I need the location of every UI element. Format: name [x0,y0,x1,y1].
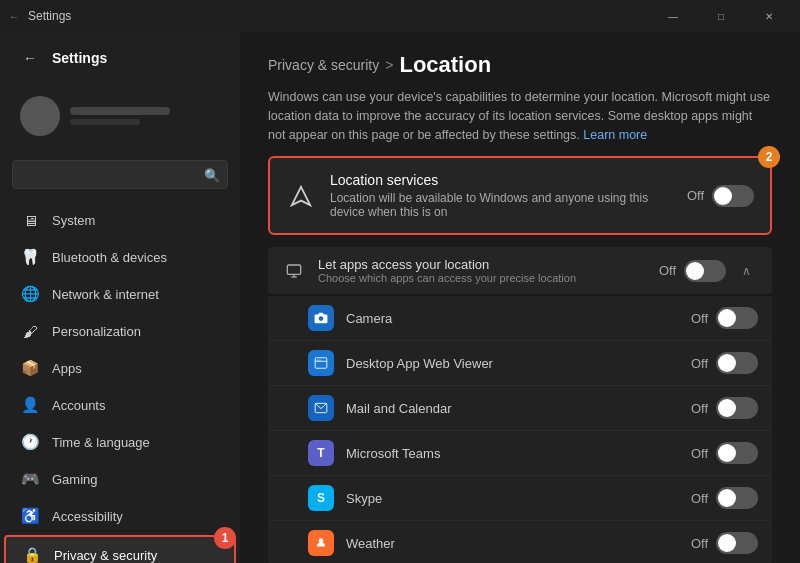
svg-rect-1 [287,265,300,274]
app-body: ← Settings 🔍 🖥 System 🦷 Bluetooth & dev [0,32,800,563]
app-toggle-area: Off [691,352,758,374]
app-toggle[interactable] [716,397,758,419]
user-subtitle [70,119,140,125]
sidebar-app-title: Settings [52,50,107,66]
search-input[interactable] [12,160,228,189]
camera-icon [308,305,334,331]
annotation-badge-1: 1 [214,527,236,549]
app-toggle-area: Off [691,442,758,464]
sidebar-item-accessibility[interactable]: ♿ Accessibility [4,498,236,534]
page-title: Location [399,52,491,78]
sidebar-item-personalization[interactable]: 🖌 Personalization [4,313,236,349]
location-services-toggle[interactable] [712,185,754,207]
location-services-desc: Location will be available to Windows an… [330,191,673,219]
app-name: Mail and Calendar [346,401,679,416]
search-icon: 🔍 [204,167,220,182]
sidebar-item-time[interactable]: 🕐 Time & language [4,424,236,460]
apps-icon: 📦 [20,358,40,378]
breadcrumb: Privacy & security > Location [268,52,772,78]
let-apps-toggle-label: Off [659,263,676,278]
skype-icon: S [308,485,334,511]
app-toggle-label: Off [691,446,708,461]
let-apps-toggle[interactable] [684,260,726,282]
sidebar-item-label: Accessibility [52,509,123,524]
toggle-knob [718,399,736,417]
let-apps-subtitle: Choose which apps can access your precis… [318,272,647,284]
avatar [20,96,60,136]
browser-icon [308,350,334,376]
sidebar-item-gaming[interactable]: 🎮 Gaming [4,461,236,497]
page-description: Windows can use your device's capabiliti… [268,88,772,144]
sidebar-item-label: System [52,213,95,228]
location-services-icon [286,181,316,211]
location-services-toggle-label: Off [687,188,704,203]
toggle-knob [714,187,732,205]
system-icon: 🖥 [20,210,40,230]
app-list: Camera Off [268,296,772,563]
sidebar-item-system[interactable]: 🖥 System [4,202,236,238]
let-apps-text: Let apps access your location Choose whi… [318,257,647,284]
sidebar-back-button[interactable]: ← [16,44,44,72]
let-apps-chevron[interactable]: ∧ [734,259,758,283]
toggle-knob [718,309,736,327]
sidebar-item-label: Network & internet [52,287,159,302]
breadcrumb-parent[interactable]: Privacy & security [268,57,379,73]
maximize-button[interactable]: □ [698,0,744,32]
table-row: Mail and Calendar Off [268,386,772,431]
sidebar-item-bluetooth[interactable]: 🦷 Bluetooth & devices [4,239,236,275]
user-profile [12,88,228,144]
svg-rect-7 [317,360,318,361]
sidebar-item-network[interactable]: 🌐 Network & internet [4,276,236,312]
let-apps-right: Off ∧ [659,259,758,283]
minimize-button[interactable]: — [650,0,696,32]
sidebar-header: ← Settings [0,32,240,80]
app-name: Weather [346,536,679,551]
location-services-text: Location services Location will be avail… [330,172,673,219]
sidebar-item-label: Accounts [52,398,105,413]
app-toggle[interactable] [716,487,758,509]
app-toggle[interactable] [716,307,758,329]
sidebar-item-apps[interactable]: 📦 Apps [4,350,236,386]
app-toggle-area: Off [691,487,758,509]
app-toggle-area: Off [691,397,758,419]
bluetooth-icon: 🦷 [20,247,40,267]
location-services-toggle-area: Off [687,185,754,207]
app-toggle[interactable] [716,532,758,554]
app-name: Camera [346,311,679,326]
table-row: Camera Off [268,296,772,341]
app-toggle-area: Off [691,307,758,329]
toggle-knob [718,444,736,462]
privacy-icon: 🔒 [22,545,42,563]
nav-items: 🖥 System 🦷 Bluetooth & devices 🌐 Network… [0,197,240,563]
sidebar-item-accounts[interactable]: 👤 Accounts [4,387,236,423]
app-name: Desktop App Web Viewer [346,356,679,371]
user-info [70,107,220,125]
toggle-knob [686,262,704,280]
back-button[interactable]: ← [8,10,20,22]
sidebar-item-privacy[interactable]: 🔒 Privacy & security [4,535,236,563]
search-box: 🔍 [12,160,228,189]
app-toggle-area: Off [691,532,758,554]
app-toggle[interactable] [716,442,758,464]
personalization-icon: 🖌 [20,321,40,341]
sidebar-item-label: Personalization [52,324,141,339]
titlebar-left: ← Settings [8,9,71,23]
titlebar: ← Settings — □ ✕ [0,0,800,32]
gaming-icon: 🎮 [20,469,40,489]
close-button[interactable]: ✕ [746,0,792,32]
table-row: S Skype Off [268,476,772,521]
accounts-icon: 👤 [20,395,40,415]
app-toggle[interactable] [716,352,758,374]
titlebar-controls: — □ ✕ [650,0,792,32]
learn-more-link[interactable]: Learn more [583,128,647,142]
sidebar-item-label: Apps [52,361,82,376]
table-row: T Microsoft Teams Off [268,431,772,476]
app-toggle-label: Off [691,401,708,416]
let-apps-section: Let apps access your location Choose whi… [268,247,772,294]
toggle-knob [718,354,736,372]
let-apps-icon [282,259,306,283]
toggle-knob [718,489,736,507]
svg-rect-5 [315,358,327,369]
user-name [70,107,170,115]
content-header: Privacy & security > Location Windows ca… [240,32,800,156]
